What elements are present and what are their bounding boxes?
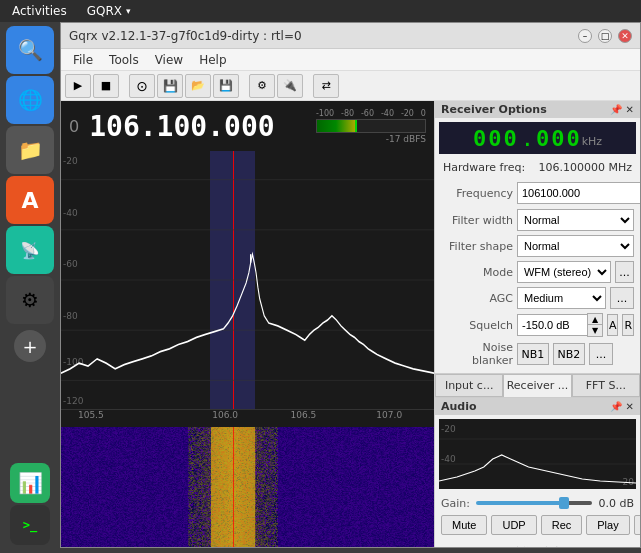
sidebar-icon-monitor[interactable]: 📊 xyxy=(10,463,50,503)
maximize-button[interactable]: □ xyxy=(598,29,612,43)
signal-label-40: -40 xyxy=(381,109,394,118)
menu-view[interactable]: View xyxy=(147,51,191,69)
rec-button[interactable]: Rec xyxy=(541,515,583,535)
connect-button[interactable]: 🔌 xyxy=(277,74,303,98)
squelch-spin-buttons: ▲ ▼ xyxy=(587,313,603,337)
signal-label-100: -100 xyxy=(316,109,334,118)
signal-label-0: 0 xyxy=(421,109,426,118)
tab-fft[interactable]: FFT S... xyxy=(572,374,640,397)
spectrum-chart xyxy=(61,151,434,409)
squelch-r-button[interactable]: R xyxy=(622,314,634,336)
window-controls: – □ ✕ xyxy=(578,29,632,43)
gear-icon: ⚙ xyxy=(21,288,39,312)
agc-label: AGC xyxy=(441,292,513,305)
noise-blanker-label: Noise blanker xyxy=(441,341,513,367)
sidebar-icon-activities[interactable]: 🔍 xyxy=(6,26,54,74)
gain-slider-container xyxy=(476,495,592,511)
activities-label[interactable]: Activities xyxy=(0,0,79,22)
squelch-spinbox: ▲ ▼ xyxy=(517,313,603,337)
close-button[interactable]: ✕ xyxy=(618,29,632,43)
audio-chart: -20 -40 20 xyxy=(439,419,636,489)
content-area: 0 106.100.000 -100 -80 -60 -40 -20 0 xyxy=(61,101,640,547)
signal-label-60: -60 xyxy=(361,109,374,118)
close-panel-icon[interactable]: ✕ xyxy=(626,104,634,115)
hw-freq-label: Hardware freq: xyxy=(443,161,525,174)
menu-bar: File Tools View Help xyxy=(61,49,640,71)
audio-more-button[interactable]: ... xyxy=(634,515,640,535)
tab-input[interactable]: Input c... xyxy=(435,374,503,397)
files-icon: 📁 xyxy=(18,138,43,162)
mode-label: Mode xyxy=(441,266,513,279)
menu-help[interactable]: Help xyxy=(191,51,234,69)
gain-slider[interactable] xyxy=(476,501,592,505)
nb2-button[interactable]: NB2 xyxy=(553,343,585,365)
nb-more-button[interactable]: ... xyxy=(589,343,613,365)
frequency-input[interactable] xyxy=(517,182,640,204)
add-app-button[interactable]: + xyxy=(14,330,46,362)
copyright-text: 皮熊的车库 xyxy=(512,546,562,547)
copyright-bar: 皮熊的车库 xyxy=(435,541,640,547)
mode-more-button[interactable]: ... xyxy=(615,261,634,283)
right-panel: Receiver Options 📌 ✕ 0 0 0 . 0 0 0 kHz xyxy=(434,101,640,547)
filter-width-select[interactable]: Normal Narrow Wide xyxy=(517,209,634,231)
receiver-options: Receiver Options 📌 ✕ 0 0 0 . 0 0 0 kHz xyxy=(435,101,640,397)
save2-button[interactable]: 💾 xyxy=(213,74,239,98)
record-button[interactable]: ⊙ xyxy=(129,74,155,98)
audio-panel: Audio 📌 ✕ -20 -40 20 xyxy=(435,397,640,537)
minimize-button[interactable]: – xyxy=(578,29,592,43)
panel-header-icons: 📌 ✕ xyxy=(610,104,634,115)
frequency-label: Frequency xyxy=(441,187,513,200)
open-button[interactable]: 📂 xyxy=(185,74,211,98)
hw-freq-row: Hardware freq: 106.100000 MHz xyxy=(435,158,640,177)
swap-button[interactable]: ⇄ xyxy=(313,74,339,98)
app-name-text: GQRX xyxy=(87,4,122,18)
pin-icon[interactable]: 📌 xyxy=(610,104,622,115)
digit-4: 0 xyxy=(551,126,564,151)
squelch-down-button[interactable]: ▼ xyxy=(588,325,602,336)
sidebar-icon-gqrx[interactable]: 📡 xyxy=(6,226,54,274)
menu-file[interactable]: File xyxy=(65,51,101,69)
receiver-options-header: Receiver Options 📌 ✕ xyxy=(435,101,640,118)
agc-select[interactable]: Medium Fast Slow Off xyxy=(517,287,606,309)
digit-2: 0 xyxy=(503,126,516,151)
main-frequency: 106.100.000 xyxy=(89,110,274,143)
filter-shape-select[interactable]: Normal Soft Sharp xyxy=(517,235,634,257)
stop-button[interactable]: ■ xyxy=(93,74,119,98)
squelch-input[interactable] xyxy=(517,314,587,336)
radio-icon: 📡 xyxy=(20,241,40,260)
udp-button[interactable]: UDP xyxy=(491,515,536,535)
play-button[interactable]: ▶ xyxy=(65,74,91,98)
monitor-icon: 📊 xyxy=(18,471,43,495)
agc-row: AGC Medium Fast Slow Off ... xyxy=(439,285,636,311)
software-center-icon: A xyxy=(21,188,38,213)
menu-tools[interactable]: Tools xyxy=(101,51,147,69)
save-button[interactable]: 💾 xyxy=(157,74,183,98)
plus-icon: + xyxy=(22,336,37,357)
noise-blanker-row: Noise blanker NB1 NB2 ... xyxy=(439,339,636,369)
digital-freq-display: 0 0 0 . 0 0 0 kHz xyxy=(439,122,636,154)
play-audio-button[interactable]: Play xyxy=(586,515,629,535)
gain-label: Gain: xyxy=(441,497,470,510)
config-button[interactable]: ⚙ xyxy=(249,74,275,98)
toolbar: ▶ ■ ⊙ 💾 📂 💾 ⚙ 🔌 ⇄ xyxy=(61,71,640,101)
sidebar-icon-software[interactable]: A xyxy=(6,176,54,224)
audio-spectrum-svg xyxy=(439,419,636,489)
sidebar-icon-settings[interactable]: ⚙ xyxy=(6,276,54,324)
squelch-up-button[interactable]: ▲ xyxy=(588,314,602,325)
sidebar-icon-terminal[interactable]: >_ xyxy=(10,505,50,545)
sidebar-icon-files[interactable]: 📁 xyxy=(6,126,54,174)
audio-close-icon[interactable]: ✕ xyxy=(626,401,634,412)
app-name-label[interactable]: GQRX ▾ xyxy=(79,4,139,18)
tab-receiver[interactable]: Receiver ... xyxy=(503,374,571,397)
mute-button[interactable]: Mute xyxy=(441,515,487,535)
digit-1: 0 xyxy=(488,126,501,151)
waterfall xyxy=(61,427,434,547)
nb1-button[interactable]: NB1 xyxy=(517,343,549,365)
freq-axis: 105.5 106.0 106.5 107.0 xyxy=(61,409,434,427)
agc-more-button[interactable]: ... xyxy=(610,287,634,309)
audio-pin-icon[interactable]: 📌 xyxy=(610,401,622,412)
squelch-a-button[interactable]: A xyxy=(607,314,619,336)
filter-shape-label: Filter shape xyxy=(441,240,513,253)
mode-select[interactable]: WFM (stereo) WFM (mono) AM NFM USB LSB xyxy=(517,261,611,283)
sidebar-icon-browser[interactable]: 🌐 xyxy=(6,76,54,124)
